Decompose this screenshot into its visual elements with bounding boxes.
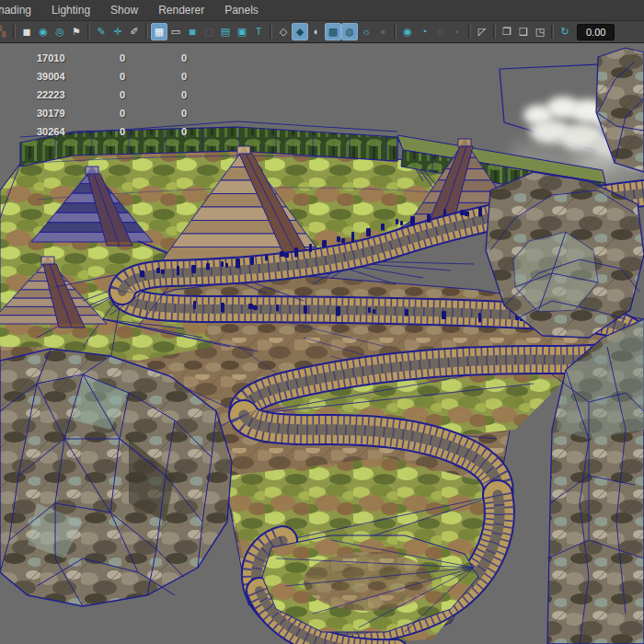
ambient-occlusion-toggle[interactable]: ◉ [399, 23, 416, 40]
safe-action-toggle[interactable]: ▣ [234, 23, 250, 40]
toolbar-separator [468, 25, 471, 39]
hud-row: 3026400 [0, 122, 239, 141]
paint-icon[interactable]: ✐ [126, 23, 143, 40]
half-shaded-display-toggle[interactable]: ◐ [308, 23, 325, 40]
hud-value: 0 [120, 122, 125, 141]
menu-item-show[interactable]: Show [100, 4, 148, 17]
poly-count-hud: 17010003900400222230030179003026400 [0, 49, 239, 141]
pan-zoom-2d-toggle[interactable]: ◳ [532, 23, 548, 40]
hud-value: 0 [181, 86, 187, 104]
hud-value: 17010 [37, 49, 65, 67]
hud-value: 0 [181, 104, 187, 122]
xray-active-toggle[interactable]: ❑ [515, 23, 532, 40]
maya-viewport-panel: hadingLightingShowRendererPanels ▚◼◉◎⚑✎✛… [0, 0, 644, 644]
toolbar-separator [87, 25, 90, 39]
safe-title-toggle[interactable]: T [250, 23, 267, 40]
panel-menu-bar: hadingLightingShowRendererPanels [0, 0, 644, 21]
hud-row: 1701000 [0, 49, 239, 67]
gate-mask-toggle[interactable]: ▢ [201, 23, 217, 40]
field-chart-toggle[interactable]: ▤ [217, 23, 234, 40]
quill-icon[interactable]: ✎ [93, 23, 109, 40]
hud-row: 3017900 [0, 104, 239, 122]
toolbar-separator [551, 25, 554, 39]
pan-zoom-icon[interactable]: ✛ [109, 23, 126, 40]
hud-value: 0 [120, 104, 125, 122]
toolbar-separator [13, 25, 16, 39]
shaded-display-toggle[interactable]: ◆ [292, 23, 308, 40]
toolbar-separator [394, 25, 397, 39]
toolbar-separator [145, 25, 148, 39]
hud-row: 2222300 [0, 86, 239, 104]
lock-camera-icon[interactable]: ◉ [35, 23, 52, 40]
orbit-camera-icon[interactable]: ◎ [52, 23, 68, 40]
film-gate-toggle[interactable]: ▭ [167, 23, 184, 40]
hud-value: 0 [120, 67, 125, 86]
toolbar-separator [493, 25, 496, 39]
exposure-icon[interactable]: ↻ [557, 23, 573, 40]
hud-value: 22223 [37, 86, 65, 104]
shadows-toggle[interactable]: ● [374, 23, 391, 40]
hud-value: 30179 [37, 104, 65, 122]
hud-value: 39004 [37, 67, 65, 86]
menu-item-lighting[interactable]: Lighting [41, 4, 100, 17]
hud-value: 0 [120, 49, 125, 67]
motion-blur-toggle[interactable]: ◔ [416, 23, 432, 40]
wireframe-display-toggle[interactable]: ◇ [275, 23, 292, 40]
exposure-field[interactable]: 0.00 [577, 24, 615, 40]
grid-toggle[interactable]: ▦ [151, 23, 167, 40]
hud-value: 0 [181, 67, 187, 86]
clipped-icon[interactable]: ▚ [0, 23, 10, 40]
resolution-gate-toggle[interactable]: ◙ [184, 23, 201, 40]
default-material-toggle[interactable]: ◍ [341, 23, 358, 40]
camcorder-icon[interactable]: ◼ [18, 23, 35, 40]
isolate-select-toggle[interactable]: ◸ [474, 23, 490, 40]
menu-item-renderer[interactable]: Renderer [148, 4, 214, 17]
viewport-3d[interactable]: 17010003900400222230030179003026400 [0, 43, 644, 644]
hud-value: 0 [120, 86, 125, 104]
menu-item-panels[interactable]: Panels [214, 4, 269, 17]
bookmark-icon[interactable]: ⚑ [68, 23, 85, 40]
hud-value: 0 [181, 122, 187, 141]
hud-value: 30264 [37, 122, 65, 141]
hud-row: 3900400 [0, 67, 239, 86]
panel-toolbar: ▚◼◉◎⚑✎✛✐▦▭◙▢▤▣T◇◆◐▩◍☼●◉◔◌▪◸❐❑◳↻0.00 [0, 21, 644, 43]
hud-value: 0 [181, 49, 187, 67]
lighting-toggle[interactable]: ☼ [358, 23, 374, 40]
image-plane-toggle[interactable]: ▪ [449, 23, 466, 40]
toolbar-separator [270, 25, 272, 39]
menu-item-hading[interactable]: hading [0, 4, 41, 17]
anti-alias-toggle[interactable]: ◌ [432, 23, 449, 40]
xray-toggle[interactable]: ❐ [499, 23, 515, 40]
textured-display-toggle[interactable]: ▩ [325, 23, 341, 40]
